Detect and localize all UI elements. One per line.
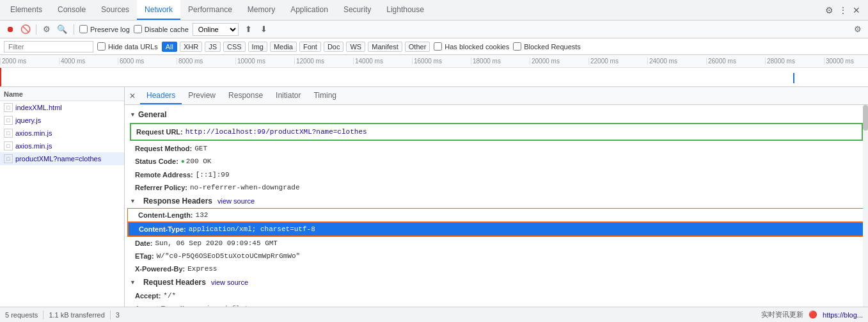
filter-input[interactable]: [4, 41, 93, 52]
more-options-icon[interactable]: ⋮: [839, 5, 848, 15]
response-headers-view-source[interactable]: view source: [217, 197, 255, 205]
filter-tag-manifest[interactable]: Manifest: [368, 42, 402, 52]
tick-12: 26000 ms: [706, 58, 765, 65]
has-blocked-cookies-checkbox[interactable]: Has blocked cookies: [434, 42, 509, 51]
detail-tab-timing[interactable]: Timing: [307, 87, 343, 104]
filter-tag-js[interactable]: JS: [205, 42, 221, 52]
export-icon[interactable]: ⬇: [258, 23, 271, 36]
general-section-header[interactable]: General: [125, 108, 868, 122]
blocked-requests-checkbox[interactable]: Blocked Requests: [513, 42, 581, 51]
clear-icon[interactable]: 🚫: [19, 23, 32, 36]
tab-security[interactable]: Security: [336, 0, 379, 20]
tab-console[interactable]: Console: [50, 0, 93, 20]
remote-address-key: Remote Address:: [135, 170, 193, 180]
detail-tab-bar: ✕ Headers Preview Response Initiator Tim…: [125, 87, 868, 105]
req-checkbox-4[interactable]: □: [4, 154, 13, 163]
tick-6: 14000 ms: [353, 58, 412, 65]
timeline-start-marker: [0, 68, 1, 86]
hide-data-urls-input[interactable]: [97, 42, 106, 51]
status-code-key: Status Code:: [135, 156, 178, 166]
status-green-dot: ●: [181, 157, 185, 167]
hide-data-urls-label: Hide data URLs: [108, 43, 158, 51]
blocked-requests-input[interactable]: [513, 42, 521, 51]
content-type-key: Content-Type:: [139, 224, 186, 234]
request-headers-view-source[interactable]: view source: [211, 278, 248, 286]
import-icon[interactable]: ⬆: [242, 23, 255, 36]
response-headers-section-header[interactable]: Response Headers view source: [125, 194, 868, 208]
tab-elements[interactable]: Elements: [3, 0, 50, 20]
request-list-header: Name: [0, 87, 124, 101]
request-item-0[interactable]: □ indexXML.html: [0, 101, 124, 114]
tab-application[interactable]: Application: [283, 0, 336, 20]
settings-icon[interactable]: ⚙: [825, 5, 833, 15]
request-item-2[interactable]: □ axios.min.js: [0, 127, 124, 140]
status-bar: 5 requests 1.1 kB transferred 3 实时资讯更新 🔴…: [0, 307, 868, 322]
detail-tab-preview[interactable]: Preview: [182, 87, 222, 104]
tick-8: 18000 ms: [471, 58, 530, 65]
settings-toolbar-icon[interactable]: ⚙: [851, 23, 864, 36]
content-type-highlight-wrapper: Content-Type: application/xml; charset=u…: [127, 221, 865, 237]
tick-4: 10000 ms: [235, 58, 294, 65]
tab-sources[interactable]: Sources: [93, 0, 137, 20]
filter-tag-img[interactable]: Img: [248, 42, 267, 52]
filter-tag-other[interactable]: Other: [405, 42, 430, 52]
preserve-log-checkbox[interactable]: Preserve log: [79, 25, 130, 33]
req-checkbox-1[interactable]: □: [4, 116, 13, 125]
tick-0: 2000 ms: [0, 58, 59, 65]
external-link-icon: https://blog...: [823, 311, 863, 319]
referrer-policy-row: Referrer Policy: no-referrer-when-downgr…: [125, 181, 868, 194]
detail-scrollbar-thumb[interactable]: [863, 105, 868, 131]
detail-scrollbar[interactable]: [863, 105, 868, 307]
filter-icon[interactable]: ⚙: [40, 23, 53, 36]
req-checkbox-0[interactable]: □: [4, 103, 13, 112]
filter-tag-all[interactable]: All: [162, 42, 177, 52]
preserve-log-input[interactable]: [79, 25, 88, 33]
request-list[interactable]: □ indexXML.html □ jquery.js □ axios.min.…: [0, 101, 124, 307]
request-url-row: Request URL: http://localhost:99/product…: [136, 127, 856, 137]
req-checkbox-3[interactable]: □: [4, 141, 13, 150]
request-item-1[interactable]: □ jquery.js: [0, 114, 124, 127]
remote-address-value: [::1]:99: [196, 170, 230, 180]
filter-tag-css[interactable]: CSS: [223, 42, 246, 52]
detail-panel-close[interactable]: ✕: [127, 91, 138, 101]
request-method-key: Request Method:: [135, 143, 192, 154]
detail-tab-initiator[interactable]: Initiator: [269, 87, 307, 104]
close-devtools-icon[interactable]: ✕: [853, 5, 860, 15]
request-headers-section-header[interactable]: Request Headers view source: [125, 275, 868, 289]
disable-cache-input[interactable]: [134, 25, 142, 33]
tab-lighthouse[interactable]: Lighthouse: [379, 0, 432, 20]
tab-network[interactable]: Network: [137, 0, 180, 20]
status-bar-right: 实时资讯更新 🔴 https://blog...: [761, 310, 863, 319]
status-code-row: Status Code: ●200 OK: [125, 155, 868, 168]
disable-cache-checkbox[interactable]: Disable cache: [134, 25, 189, 33]
hide-data-urls-checkbox[interactable]: Hide data URLs: [97, 42, 158, 51]
req-checkbox-2[interactable]: □: [4, 129, 13, 138]
filter-tag-xhr[interactable]: XHR: [180, 42, 202, 52]
filter-tag-font[interactable]: Font: [299, 42, 321, 52]
referrer-policy-key: Referrer Policy:: [135, 182, 187, 193]
record-icon[interactable]: ⏺: [4, 23, 17, 36]
has-blocked-cookies-input[interactable]: [434, 42, 442, 51]
disable-cache-label: Disable cache: [145, 26, 189, 33]
detail-tab-headers[interactable]: Headers: [140, 87, 182, 104]
detail-tab-response[interactable]: Response: [222, 87, 269, 104]
realtime-news-icon[interactable]: 🔴: [809, 310, 817, 319]
request-item-4[interactable]: □ productXML?name=clothes: [0, 152, 124, 165]
tab-memory[interactable]: Memory: [240, 0, 283, 20]
request-url-value[interactable]: http://localhost:99/productXML?name=clot…: [185, 127, 367, 137]
timeline-ruler: 2000 ms 4000 ms 6000 ms 8000 ms 10000 ms…: [0, 55, 868, 68]
search-icon[interactable]: 🔍: [56, 23, 68, 36]
content-type-row: Content-Type: application/xml; charset=u…: [129, 223, 864, 236]
tick-14: 30000 ms: [824, 58, 868, 65]
filter-tag-media[interactable]: Media: [270, 42, 297, 52]
detail-content[interactable]: General Request URL: http://localhost:99…: [125, 105, 868, 307]
request-headers-label: Request Headers: [143, 278, 206, 287]
tab-performance[interactable]: Performance: [180, 0, 240, 20]
filter-tag-doc[interactable]: Doc: [324, 42, 344, 52]
filter-tag-ws[interactable]: WS: [346, 42, 365, 52]
status-divider-2: [110, 310, 111, 319]
toolbar-divider: [36, 24, 36, 35]
x-powered-by-key: X-Powered-By:: [135, 264, 185, 274]
throttle-select[interactable]: Online Offline Slow 3G Fast 3G: [193, 23, 239, 36]
request-item-3[interactable]: □ axios.min.js: [0, 140, 124, 152]
